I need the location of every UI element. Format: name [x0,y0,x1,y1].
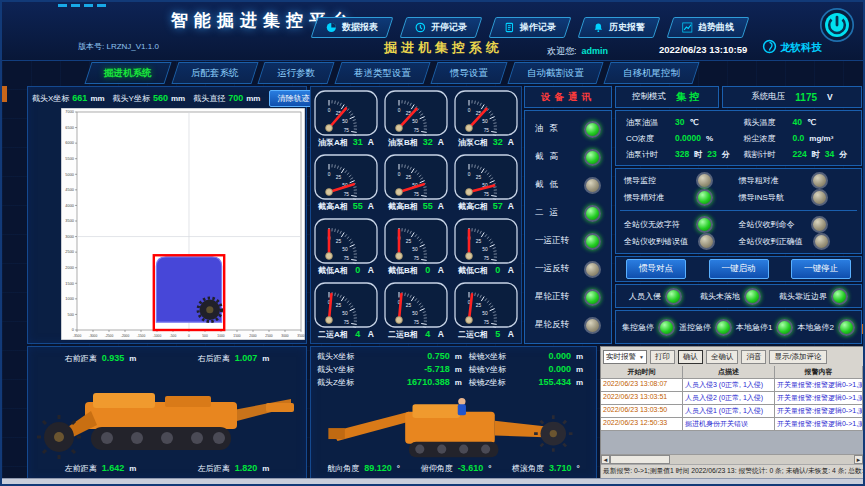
metric-unit: 分 [722,149,730,160]
svg-text:0: 0 [398,172,401,177]
header-bar: 智能掘进集控平台 版本号: LRZNJ_V1.1.0 数据报表开停记录操作记录历… [2,2,863,61]
field-value: 1.007 [235,353,258,363]
comm-item: 一运反转 [535,261,601,278]
total-station-status-grid: 全站仪无效字符全站仪收到命令全站仪收到错误值全站仪收到正确值 [616,214,861,252]
gauge-9: 0255075100 二运A相4A [311,279,381,343]
alarm-column-header[interactable]: 点描述 [683,366,775,379]
alarm-mode-select[interactable]: 实时报警 ▼ [603,350,647,364]
field-unit: m [576,352,590,361]
control-mode-box: 控制模式 集控 [615,86,719,108]
comm-item-label: 二运 [535,207,564,219]
comm-item-label: 截低 [535,179,564,191]
alarm-row[interactable]: 2022/06/23 12:50:33掘进机身份开关错误开关量报警:报警逻辑0-… [601,418,863,431]
scrollbar-thumb[interactable] [610,455,670,464]
comm-item: 一运正转 [535,233,601,250]
alarm-row[interactable]: 2022/06/23 13:03:51人员入侵2 (0正常, 1入侵)开关量报警… [601,392,863,405]
status-led-on [696,216,713,233]
header-nav-button[interactable]: 历史报警 [578,17,661,38]
svg-text:50: 50 [342,247,348,252]
metric-label: 粉尘浓度 [744,133,788,144]
comm-item-label: 截高 [535,151,564,163]
comm-item: 二运 [535,205,601,222]
field-unit: ° [488,464,491,473]
action-button-1[interactable]: 一键启动 [709,259,769,279]
alarm-cell: 开关量报警:报警逻辑0->1,测量值1 [775,392,863,405]
alarm-toolbar-button-3[interactable]: 消音 [741,350,766,364]
tab-0[interactable]: 掘进机系统 [84,62,171,84]
distance-field: 航向角度89.120° [327,463,400,474]
gauge-unit: A [438,329,444,339]
tab-2[interactable]: 运行参数 [257,62,334,84]
nav-button-label: 数据报表 [342,21,378,34]
header-nav-button[interactable]: 数据报表 [311,17,394,38]
metric-value: 0.0000 [675,133,701,143]
gauge-dial: 0255075100 [454,282,518,328]
status-led-off [584,317,601,334]
svg-text:75: 75 [414,256,420,261]
svg-text:4000: 4000 [65,203,74,208]
field-unit: m [576,378,590,387]
scroll-left-icon[interactable]: ◄ [601,455,610,464]
tab-4[interactable]: 惯导设置 [430,62,507,84]
svg-text:3000: 3000 [65,234,74,239]
scroll-right-icon[interactable]: ► [854,455,863,464]
header-nav-button[interactable]: 开停记录 [400,17,483,38]
nav-status-label: 惯导粗对准 [739,175,801,186]
gauge-1: 0255075100 油泵B相32A [381,87,451,151]
svg-text:-500: -500 [170,334,177,338]
comm-item: 星轮正转 [535,289,601,306]
field-value: 0.750 [373,351,450,361]
cutting-head-fields: 截头X坐标661mm截头Y坐标560mm截头直径700mm 清除轨迹 [32,90,302,107]
cutting-field: 截头Y坐标560mm [113,93,186,104]
status-led-on [658,319,675,336]
nav-status-label: 全站仪收到命令 [739,219,801,230]
nav-status-item: 全站仪收到正确值 [739,233,854,250]
action-button-2[interactable]: 一键停止 [791,259,851,279]
svg-text:50: 50 [412,311,418,316]
alarm-toolbar-button-0[interactable]: 打印 [650,350,675,364]
alarm-toolbar-button-2[interactable]: 全确认 [706,350,739,364]
alarm-column-header[interactable]: 开始时间 [601,366,683,379]
header-nav-button[interactable]: 操作记录 [489,17,572,38]
alarm-column-header[interactable]: 报警内容 [775,366,863,379]
tab-label: 掘进机系统 [104,63,152,83]
status-led-on [696,189,713,206]
tab-6[interactable]: 自移机尾控制 [603,62,699,84]
svg-text:6000: 6000 [65,140,74,145]
gauge-value: 31 [352,137,364,147]
svg-text:3500: 3500 [65,218,74,223]
gauge-value: 4 [352,329,364,339]
field-value: 560 [153,93,168,103]
tab-5[interactable]: 自动截割设置 [507,62,603,84]
svg-text:3000: 3000 [281,334,289,338]
window-scrollbar-strip[interactable] [2,478,863,484]
alarm-toolbar-button-4[interactable]: 显示/添加评论 [769,350,826,364]
tab-label: 自移机尾控制 [623,63,680,83]
action-button-0[interactable]: 惯导对点 [626,259,686,279]
nav-button-label: 操作记录 [520,21,556,34]
power-button[interactable] [819,7,855,43]
coordinate-field: 棱镜Y坐标0.000m [469,364,590,375]
field-value: -5.718 [373,364,450,374]
svg-text:6500: 6500 [65,125,74,130]
gauge-value: 0 [492,265,504,275]
safety-item: 集控急停 [622,319,675,336]
safety-item: 人员入侵 [629,288,682,305]
gauge-dial: 0255075100 [384,218,448,264]
gauge-label: 二运A相 [318,329,348,340]
alarm-row[interactable]: 2022/06/23 13:03:50人员入侵1 (0正常, 1入侵)开关量报警… [601,405,863,418]
tab-1[interactable]: 后配套系统 [171,62,258,84]
field-label: 航向角度 [327,463,359,474]
voltage-value: 1175 [795,92,817,103]
alarm-row[interactable]: 2022/06/23 13:08:07人员入侵3 (0正常, 1入侵)开关量报警… [601,379,863,392]
alarm-hscrollbar[interactable]: ◄ ► [601,454,863,464]
svg-text:-2500: -2500 [105,334,114,338]
comm-item: 星轮反转 [535,317,601,334]
header-nav-button[interactable]: 趋势曲线 [667,17,750,38]
gauge-5: 0255075100 截高C相57A [451,151,521,215]
operation-record-icon [504,19,515,37]
field-unit: m [455,378,469,387]
action-button-row: 惯导对点一键启动一键停止 [615,256,862,282]
alarm-toolbar-button-1[interactable]: 确认 [678,350,703,364]
tab-3[interactable]: 巷道类型设置 [334,62,430,84]
